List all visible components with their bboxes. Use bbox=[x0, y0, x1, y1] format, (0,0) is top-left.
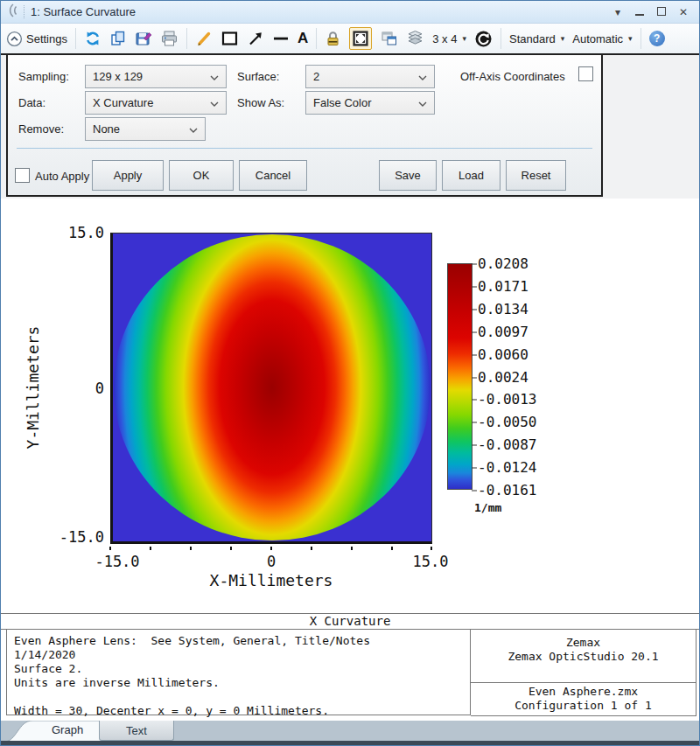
window-title: 1: Surface Curvature bbox=[31, 5, 136, 18]
colorbar-label: 0.0097 bbox=[478, 324, 528, 340]
maximize-button[interactable] bbox=[654, 5, 668, 19]
x-axis-tick bbox=[430, 547, 432, 550]
x-axis-tick bbox=[150, 547, 151, 550]
graph-area: Y-Millimeters 15.0 0 -15.0 bbox=[1, 199, 699, 613]
x-tick-label: 0 bbox=[267, 553, 276, 570]
surface-select[interactable]: 2 bbox=[305, 65, 435, 88]
layers-icon[interactable] bbox=[406, 30, 424, 47]
surface-value: 2 bbox=[313, 70, 319, 83]
brand-line: Zemax OpticStudio 20.1 bbox=[471, 650, 696, 664]
data-value: X Curvature bbox=[93, 96, 153, 109]
cancel-button[interactable]: Cancel bbox=[239, 160, 307, 191]
arrow-icon[interactable] bbox=[247, 30, 264, 47]
auto-update-icon[interactable] bbox=[474, 30, 493, 48]
x-axis-tick bbox=[109, 547, 111, 550]
reset-button[interactable]: Reset bbox=[506, 160, 566, 191]
x-axis-tick bbox=[391, 547, 393, 550]
save-image-icon[interactable] bbox=[135, 30, 152, 47]
colorbar-label: -0.0050 bbox=[478, 414, 536, 430]
remove-label: Remove: bbox=[18, 122, 64, 136]
x-tick-label: -15.0 bbox=[94, 553, 139, 570]
plot-title: X Curvature bbox=[1, 614, 699, 630]
cascade-windows-icon[interactable] bbox=[380, 30, 398, 47]
surface-label: Surface: bbox=[237, 70, 279, 83]
y-tick-label: 0 bbox=[39, 380, 104, 397]
tab-graph-label: Graph bbox=[52, 723, 83, 736]
x-axis-tick bbox=[190, 547, 192, 550]
grid-layout-dropdown[interactable]: 3 x 4 ▾ bbox=[432, 32, 466, 45]
toolbar-separator bbox=[75, 28, 76, 49]
pencil-icon[interactable] bbox=[195, 30, 213, 47]
x-axis-tick bbox=[230, 547, 232, 550]
toolbar-separator bbox=[500, 28, 501, 49]
auto-apply-checkbox[interactable] bbox=[15, 168, 30, 183]
chevron-down-icon: ▾ bbox=[628, 34, 633, 43]
toolbar-separator bbox=[186, 28, 187, 49]
load-button[interactable]: Load bbox=[442, 160, 500, 191]
pin-icon[interactable] bbox=[6, 3, 18, 22]
ok-button[interactable]: OK bbox=[169, 160, 234, 191]
minimize-button[interactable] bbox=[633, 5, 647, 19]
toolbar-separator bbox=[640, 28, 641, 49]
bottom-strip bbox=[1, 741, 699, 746]
file-line: Configuration 1 of 1 bbox=[471, 699, 696, 713]
expand-window-icon[interactable] bbox=[349, 27, 372, 50]
sampling-select[interactable]: 129 x 129 bbox=[85, 65, 227, 88]
lock-icon[interactable] bbox=[325, 30, 341, 47]
rectangle-icon[interactable] bbox=[220, 30, 239, 47]
automatic-label: Automatic bbox=[572, 32, 623, 45]
panel-divider bbox=[17, 148, 592, 149]
note-line: Width = 30, Decenter x = 0, y = 0 Millim… bbox=[14, 704, 470, 718]
refresh-icon[interactable] bbox=[84, 30, 102, 47]
data-label: Data: bbox=[18, 96, 46, 109]
annotation-panel: X Curvature Even Asphere Lens: See Syste… bbox=[1, 613, 699, 720]
colorbar-units: 1/mm bbox=[474, 501, 501, 514]
x-axis-title: X-Millimeters bbox=[210, 571, 333, 589]
sampling-value: 129 x 129 bbox=[93, 70, 143, 83]
auto-apply-label: Auto Apply bbox=[35, 170, 89, 183]
annotation-body: Even Asphere Lens: See System, General, … bbox=[1, 630, 699, 719]
colorbar-label: -0.0087 bbox=[478, 436, 536, 453]
show-as-select[interactable]: False Color bbox=[305, 91, 435, 115]
chevron-down-icon bbox=[418, 70, 427, 83]
toolbar-separator bbox=[316, 28, 317, 49]
window-menu-button[interactable]: ▾ bbox=[611, 5, 625, 19]
show-as-label: Show As: bbox=[237, 96, 284, 109]
y-tick-label: 15.0 bbox=[39, 224, 104, 241]
file-box: Even Asphere.zmx Configuration 1 of 1 bbox=[471, 683, 696, 716]
apply-button[interactable]: Apply bbox=[92, 160, 164, 191]
titlebar[interactable]: 1: Surface Curvature ▾ ✕ bbox=[1, 1, 699, 24]
note-line bbox=[14, 690, 470, 704]
note-line: Even Asphere Lens: See System, General, … bbox=[14, 634, 470, 648]
automatic-dropdown[interactable]: Automatic ▾ bbox=[572, 32, 632, 45]
settings-band: Sampling: 129 x 129 Surface: 2 Off-Axis … bbox=[1, 53, 699, 199]
copy-icon[interactable] bbox=[109, 30, 127, 47]
x-axis-tick bbox=[270, 547, 272, 550]
colorbar bbox=[447, 263, 472, 490]
data-select[interactable]: X Curvature bbox=[85, 91, 227, 115]
file-line: Even Asphere.zmx bbox=[471, 685, 696, 699]
line-icon[interactable] bbox=[272, 30, 290, 47]
chevron-down-icon bbox=[189, 122, 198, 136]
close-button[interactable]: ✕ bbox=[676, 5, 690, 19]
standard-dropdown[interactable]: Standard ▾ bbox=[509, 32, 564, 45]
help-icon[interactable]: ? bbox=[649, 31, 665, 46]
note-line: 1/14/2020 bbox=[14, 648, 470, 662]
print-icon[interactable] bbox=[160, 30, 178, 47]
x-tick-label: 15.0 bbox=[413, 553, 449, 570]
brand-box: Zemax Zemax OpticStudio 20.1 bbox=[471, 630, 696, 683]
notes-box: Even Asphere Lens: See System, General, … bbox=[6, 630, 471, 715]
colorbar-label: 0.0134 bbox=[478, 301, 528, 317]
text-tool-icon[interactable]: A bbox=[298, 30, 308, 47]
off-axis-checkbox[interactable] bbox=[578, 66, 593, 81]
remove-select[interactable]: None bbox=[85, 117, 206, 141]
colorbar-label: 0.0171 bbox=[478, 278, 528, 295]
tab-text[interactable]: Text bbox=[99, 721, 174, 741]
save-button[interactable]: Save bbox=[379, 160, 437, 191]
colorbar-label: -0.0013 bbox=[478, 391, 536, 408]
settings-toggle-button[interactable]: Settings bbox=[6, 31, 67, 47]
x-axis-tick bbox=[351, 547, 353, 550]
y-tick-label: -15.0 bbox=[39, 528, 104, 546]
settings-chevron-icon bbox=[6, 31, 23, 47]
chevron-down-icon: ▾ bbox=[561, 34, 565, 43]
